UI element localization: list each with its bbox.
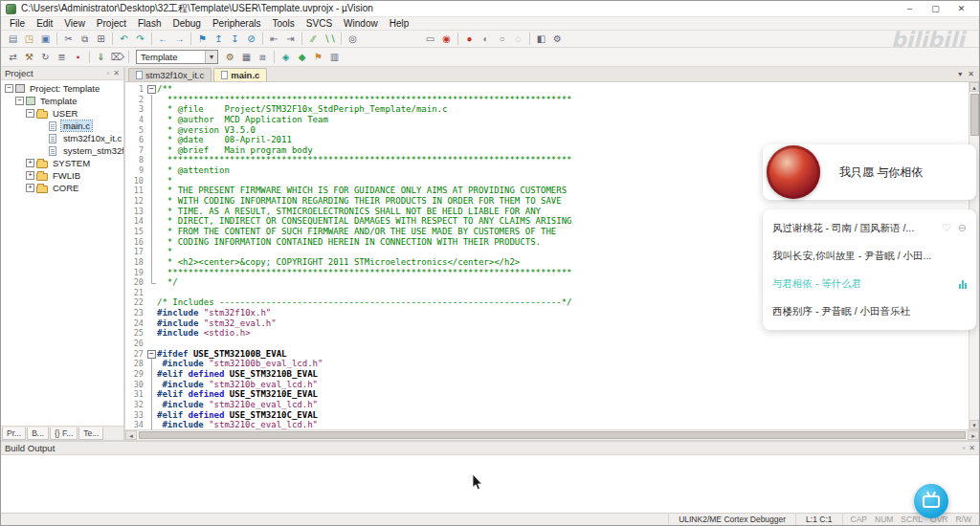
bookmark-next-icon[interactable]: ↧ [227,32,243,46]
expand-icon[interactable]: + [26,171,34,180]
tree-item-stm32f10x-it-c[interactable]: stm32f10x_it.c [1,132,123,144]
menu-item-window[interactable]: Window [338,17,384,30]
collapse-icon[interactable]: − [26,109,34,118]
pack-installer-icon[interactable]: ◆ [294,50,310,64]
paste-icon[interactable]: ⊞ [93,32,109,46]
playlist-item[interactable]: 西楼别序 - 尹昔眠 / 小田音乐社 [763,297,976,325]
expand-icon[interactable]: + [26,159,34,167]
playlist-item[interactable]: 与君相依 - 等什么君 [763,270,976,297]
target-select[interactable]: Template ▾ [136,50,218,64]
scroll-down-icon[interactable]: ▾ [969,420,979,429]
new-file-icon[interactable]: ▤ [5,32,21,46]
flag-icon[interactable]: ⚑ [310,50,326,64]
system-viewer-icon[interactable]: ▥ [326,50,343,64]
panel-tab-pr[interactable]: Pr... [2,427,26,440]
minimize-button[interactable]: – [897,1,923,16]
expand-icon[interactable]: + [26,184,34,192]
navigate-forward-icon[interactable]: → [171,32,188,46]
options-target-icon[interactable]: ⚙ [222,50,238,64]
playlist-item[interactable]: 我叫长安,你叫故里 - 尹昔眠 / 小田... [763,242,976,270]
pin-icon[interactable]: ▫ [962,444,965,452]
fold-start-icon[interactable]: − [147,85,156,94]
copy-icon[interactable]: ⧉ [77,32,93,46]
close-tab-icon[interactable]: ✕ [968,70,974,78]
tree-item-core[interactable]: +CORE [1,182,123,194]
menu-item-project[interactable]: Project [91,17,132,30]
tree-item-project-template[interactable]: −Project: Template [1,82,123,95]
flash-erase-icon[interactable]: ⌦ [109,50,125,64]
tree-item-main-c[interactable]: main.c [1,120,123,132]
tree-item-fwlib[interactable]: +FWLIB [1,169,123,182]
close-panel-icon[interactable]: ✕ [113,69,120,77]
translate-icon[interactable]: ⇄ [5,50,21,64]
horizontal-scrollbar-thumb[interactable] [139,431,966,439]
disable-breakpoints-icon[interactable]: ○ [494,32,510,46]
find-in-files-icon[interactable]: ◎ [345,32,361,46]
menu-item-help[interactable]: Help [384,17,415,30]
bookmark-toggle-icon[interactable]: ⚑ [194,32,211,46]
bilibili-badge[interactable] [914,484,948,518]
file-extensions-icon[interactable]: ▦ [238,50,255,64]
indent-left-icon[interactable]: ⇤ [266,32,282,46]
collapse-icon[interactable]: − [15,97,24,105]
insert-breakpoint-icon[interactable]: ● [461,32,478,46]
undo-icon[interactable]: ↶ [116,32,132,46]
scroll-left-icon[interactable]: ◂ [125,430,137,440]
remove-icon[interactable]: ⊖ [958,222,967,234]
like-icon[interactable]: ♡ [942,222,951,234]
download-icon[interactable]: ⇓ [93,50,109,64]
scroll-up-icon[interactable]: ▴ [969,82,979,92]
pin-icon[interactable]: ▫ [106,69,109,77]
cut-icon[interactable]: ✂ [60,32,77,46]
panel-tab-te[interactable]: Te... [78,427,103,440]
collapse-icon[interactable]: − [5,84,13,93]
redo-icon[interactable]: ↷ [132,32,148,46]
enable-breakpoint-icon[interactable]: ◐ [478,32,494,46]
uncomment-icon[interactable]: ∖∖ [322,32,338,46]
debug-windows-icon[interactable]: ▭ [422,32,438,46]
menu-item-file[interactable]: File [4,17,31,30]
panel-tab-b[interactable]: B... [27,427,49,440]
build-output-content[interactable] [1,455,979,513]
menu-item-edit[interactable]: Edit [31,17,58,30]
rebuild-icon[interactable]: ↻ [37,50,54,64]
menu-item-tools[interactable]: Tools [267,17,301,30]
comment-icon[interactable]: ∕∕ [305,32,322,46]
manage-project-icon[interactable]: ⧈ [255,50,271,64]
batch-build-icon[interactable]: ≣ [54,50,70,64]
editor-tab-main-c[interactable]: main.c [213,68,267,81]
navigate-back-icon[interactable]: ← [155,32,171,46]
menu-item-svcs[interactable]: SVCS [301,17,338,30]
menu-item-flash[interactable]: Flash [132,17,167,30]
window-layout-icon[interactable]: ◧ [533,32,549,46]
tree-item-system-stm32f1[interactable]: system_stm32f1 [1,144,123,157]
start-debug-icon[interactable]: ◉ [438,32,455,46]
scroll-right-icon[interactable]: ▸ [968,430,979,440]
kill-breakpoints-icon[interactable]: ◌ [510,32,526,46]
playlist-item[interactable]: 风过谢桃花 - 司南 / 国风新语 /...♡⊖ [763,214,976,242]
tree-item-user[interactable]: −USER [1,107,123,120]
fold-start-icon[interactable]: − [147,350,156,359]
bookmark-prev-icon[interactable]: ↥ [211,32,227,46]
close-button[interactable]: ✕ [948,1,974,16]
build-icon[interactable]: ⚒ [21,50,37,64]
vertical-scrollbar-thumb[interactable] [970,94,979,136]
tree-item-template[interactable]: −Template [1,95,123,107]
panel-tab-f[interactable]: {} F... [50,427,78,440]
chevron-down-icon[interactable]: ▾ [205,51,217,63]
bookmark-clear-icon[interactable]: ⊘ [243,32,259,46]
tab-list-icon[interactable]: ▾ [958,70,962,78]
editor-tab-stm32f10x-it-c[interactable]: stm32f10x_it.c [128,68,212,81]
tree-item-system[interactable]: +SYSTEM [1,157,123,169]
menu-item-peripherals[interactable]: Peripherals [207,17,267,30]
component-icon[interactable]: ◈ [278,50,294,64]
close-panel-icon[interactable]: ✕ [969,444,975,452]
menu-item-debug[interactable]: Debug [167,17,206,30]
configure-icon[interactable]: ⚙ [549,32,566,46]
menu-item-view[interactable]: View [58,17,91,30]
editor-horizontal-scrollbar[interactable]: ◂ ▸ [125,429,979,440]
stop-build-icon[interactable]: ▪ [70,50,86,64]
save-icon[interactable]: ▣ [37,32,54,46]
open-file-icon[interactable]: ◳ [21,32,37,46]
indent-right-icon[interactable]: ⇥ [282,32,299,46]
